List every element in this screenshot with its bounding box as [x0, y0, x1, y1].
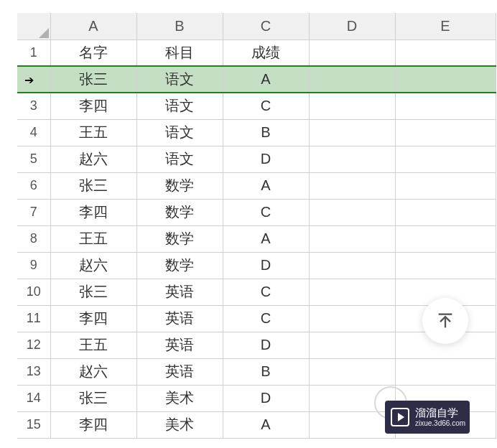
row-header[interactable]: 10 — [17, 279, 50, 305]
cell[interactable]: D — [223, 252, 309, 279]
table-row: 9赵六数学D — [17, 252, 496, 279]
cell[interactable] — [309, 39, 395, 66]
row-header[interactable]: 3 — [17, 93, 50, 119]
table-row: 5赵六语文D — [17, 146, 496, 172]
cell[interactable] — [309, 93, 395, 119]
cell[interactable]: 张三 — [50, 279, 136, 305]
cell[interactable]: 张三 — [50, 385, 136, 411]
row-header[interactable]: 13 — [17, 358, 50, 385]
cell[interactable] — [395, 225, 496, 252]
cell[interactable]: 数学 — [136, 199, 223, 225]
row-header[interactable]: 15 — [17, 411, 50, 438]
table-row: 1名字科目成绩 — [17, 39, 496, 66]
table-row: ➔张三语文A — [17, 66, 496, 93]
cell[interactable]: 王五 — [50, 225, 136, 252]
cell[interactable]: C — [223, 279, 309, 305]
cell[interactable]: 美术 — [136, 411, 223, 438]
cell[interactable]: D — [223, 385, 309, 411]
row-header[interactable]: 9 — [17, 252, 50, 279]
column-header-E[interactable]: E — [395, 13, 496, 39]
cell[interactable] — [395, 39, 496, 66]
row-header[interactable]: 4 — [17, 119, 50, 146]
row-header[interactable]: 14 — [17, 385, 50, 411]
column-header-C[interactable]: C — [223, 13, 309, 39]
watermark-url: zixue.3d66.com — [415, 419, 460, 428]
cell[interactable]: 英语 — [136, 358, 223, 385]
cell[interactable]: B — [223, 358, 309, 385]
cell[interactable]: 语文 — [136, 146, 223, 172]
cell[interactable]: D — [223, 146, 309, 172]
cell[interactable]: 美术 — [136, 385, 223, 411]
cell[interactable] — [309, 225, 395, 252]
cell[interactable] — [395, 252, 496, 279]
cell[interactable]: 王五 — [50, 332, 136, 358]
cell[interactable]: 张三 — [50, 172, 136, 199]
cell[interactable] — [395, 199, 496, 225]
cell[interactable] — [309, 172, 395, 199]
table-row: 3李四语文C — [17, 93, 496, 119]
row-header[interactable]: ➔ — [17, 66, 50, 93]
cell[interactable] — [395, 66, 496, 93]
cell[interactable] — [309, 146, 395, 172]
cell[interactable] — [309, 119, 395, 146]
cell[interactable]: 英语 — [136, 305, 223, 332]
cell[interactable] — [395, 172, 496, 199]
cell[interactable]: 王五 — [50, 119, 136, 146]
cell[interactable] — [309, 199, 395, 225]
select-all-corner[interactable] — [17, 13, 50, 39]
cell[interactable]: 英语 — [136, 332, 223, 358]
row-header[interactable]: 11 — [17, 305, 50, 332]
cell[interactable]: A — [223, 66, 309, 93]
cell[interactable]: 成绩 — [223, 39, 309, 66]
cell[interactable]: 语文 — [136, 66, 223, 93]
cell[interactable]: A — [223, 225, 309, 252]
row-header[interactable]: 7 — [17, 199, 50, 225]
row-header[interactable]: 6 — [17, 172, 50, 199]
cell[interactable]: 名字 — [50, 39, 136, 66]
scroll-to-top-button[interactable] — [422, 298, 468, 344]
column-header-D[interactable]: D — [309, 13, 395, 39]
table-row: 4王五语文B — [17, 119, 496, 146]
cell[interactable]: 科目 — [136, 39, 223, 66]
cell[interactable]: 语文 — [136, 93, 223, 119]
row-header[interactable]: 1 — [17, 39, 50, 66]
row-header[interactable]: 8 — [17, 225, 50, 252]
watermark-brand: 溜溜自学 — [415, 406, 460, 419]
cell[interactable]: 李四 — [50, 93, 136, 119]
column-header-B[interactable]: B — [136, 13, 223, 39]
cell[interactable] — [309, 305, 395, 332]
cell[interactable]: B — [223, 119, 309, 146]
cell[interactable] — [309, 279, 395, 305]
row-header[interactable]: 12 — [17, 332, 50, 358]
cell[interactable]: A — [223, 172, 309, 199]
cell[interactable]: 李四 — [50, 305, 136, 332]
cell[interactable] — [309, 66, 395, 93]
cell[interactable] — [309, 252, 395, 279]
cell[interactable]: 数学 — [136, 172, 223, 199]
cell[interactable]: 赵六 — [50, 252, 136, 279]
cell[interactable] — [395, 146, 496, 172]
row-header[interactable]: 5 — [17, 146, 50, 172]
cell[interactable]: 数学 — [136, 225, 223, 252]
cell[interactable] — [395, 358, 496, 385]
cell[interactable]: 李四 — [50, 199, 136, 225]
cell[interactable]: 张三 — [50, 66, 136, 93]
cell[interactable]: C — [223, 93, 309, 119]
cell[interactable]: 李四 — [50, 411, 136, 438]
cell[interactable] — [309, 332, 395, 358]
cell[interactable]: 赵六 — [50, 358, 136, 385]
cell[interactable] — [309, 358, 395, 385]
cell[interactable]: 赵六 — [50, 146, 136, 172]
cell[interactable] — [395, 93, 496, 119]
cell[interactable]: D — [223, 332, 309, 358]
cell[interactable] — [395, 119, 496, 146]
watermark-badge: 溜溜自学 zixue.3d66.com — [385, 401, 470, 434]
cell[interactable]: C — [223, 305, 309, 332]
cell[interactable]: 数学 — [136, 252, 223, 279]
spreadsheet[interactable]: A B C D E 1名字科目成绩➔张三语文A3李四语文C4王五语文B5赵六语文… — [17, 13, 496, 439]
cell[interactable]: C — [223, 199, 309, 225]
column-header-A[interactable]: A — [50, 13, 136, 39]
cell[interactable]: 英语 — [136, 279, 223, 305]
cell[interactable]: A — [223, 411, 309, 438]
cell[interactable]: 语文 — [136, 119, 223, 146]
